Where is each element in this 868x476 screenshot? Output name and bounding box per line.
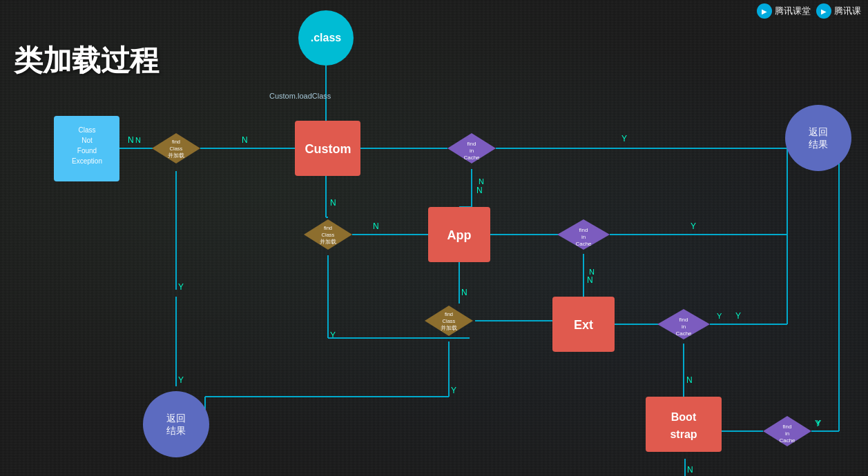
svg-text:find: find	[467, 141, 476, 147]
svg-text:Exception: Exception	[72, 157, 102, 165]
return-result-1	[785, 105, 851, 171]
svg-text:Class: Class	[443, 318, 456, 324]
svg-text:Custom: Custom	[305, 142, 351, 156]
svg-text:find: find	[783, 424, 792, 430]
svg-text:Y: Y	[621, 134, 627, 143]
svg-text:N: N	[330, 198, 336, 208]
svg-text:Y: Y	[717, 312, 722, 320]
svg-text:Class: Class	[322, 232, 335, 238]
svg-text:N: N	[128, 135, 134, 145]
svg-text:N: N	[686, 375, 693, 385]
svg-text:in: in	[470, 148, 474, 154]
svg-text:find: find	[172, 139, 180, 145]
svg-text:find: find	[579, 227, 588, 233]
svg-text:App: App	[447, 228, 472, 242]
svg-text:.class: .class	[311, 32, 342, 43]
bootstrap-node	[646, 397, 722, 452]
svg-text:Y: Y	[178, 282, 184, 292]
svg-text:in: in	[581, 234, 586, 240]
svg-text:Cache: Cache	[779, 437, 795, 444]
svg-text:Cache: Cache	[575, 241, 592, 247]
svg-text:Y: Y	[735, 311, 741, 321]
svg-text:N: N	[587, 275, 593, 285]
svg-text:in: in	[785, 430, 789, 437]
svg-text:N: N	[242, 135, 248, 145]
svg-text:Y: Y	[816, 419, 822, 427]
svg-text:并加载: 并加载	[441, 325, 457, 331]
svg-text:Ext: Ext	[574, 318, 593, 332]
svg-text:Not: Not	[81, 137, 93, 144]
svg-text:N: N	[461, 288, 467, 297]
svg-text:find: find	[445, 311, 453, 317]
svg-text:in: in	[682, 324, 686, 330]
flowchart: Custom.loadClass Y N N N Y N N Y Y N N Y	[0, 0, 868, 476]
svg-text:Boot: Boot	[671, 411, 697, 423]
svg-text:返回: 返回	[166, 413, 186, 424]
svg-text:Found: Found	[77, 147, 97, 155]
return-result-2	[143, 391, 209, 457]
svg-text:find: find	[679, 317, 688, 323]
svg-text:N: N	[687, 465, 693, 475]
svg-text:Class: Class	[78, 126, 95, 134]
svg-text:Cache: Cache	[463, 155, 480, 161]
svg-text:N: N	[135, 136, 141, 144]
svg-text:Y: Y	[178, 375, 184, 385]
svg-text:N: N	[476, 186, 483, 195]
svg-text:结果: 结果	[809, 139, 828, 150]
svg-text:Y: Y	[451, 386, 456, 395]
svg-text:N: N	[589, 268, 595, 276]
svg-text:并加载: 并加载	[168, 152, 184, 159]
svg-text:find: find	[324, 225, 332, 231]
svg-text:N: N	[373, 221, 379, 231]
svg-text:N: N	[479, 177, 484, 186]
svg-text:Cache: Cache	[675, 330, 692, 337]
svg-text:结果: 结果	[166, 425, 186, 436]
svg-text:返回: 返回	[809, 126, 828, 137]
svg-text:并加载: 并加载	[320, 239, 336, 245]
svg-text:Y: Y	[691, 221, 696, 231]
svg-text:Class: Class	[170, 146, 183, 152]
svg-text:strap: strap	[670, 428, 697, 440]
svg-text:Custom.loadClass: Custom.loadClass	[269, 92, 331, 100]
